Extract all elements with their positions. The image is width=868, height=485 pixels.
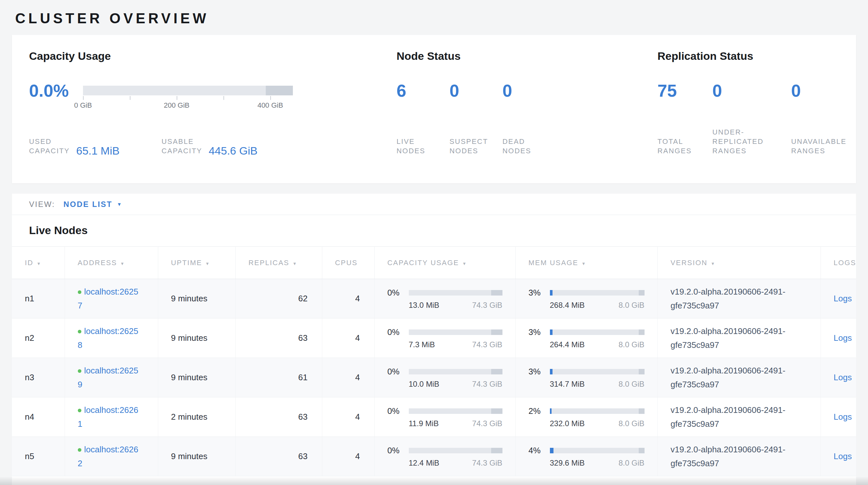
sort-down-icon: ▼ <box>711 261 716 266</box>
column-header-cpus: CPUS <box>322 247 374 279</box>
capacity-usage-chart: 0 GiB 200 GiB 400 GiB <box>83 86 293 95</box>
node-uptime-cell: 2 minutes <box>158 397 236 437</box>
memory-percent: 3% <box>529 367 546 377</box>
used-capacity-value: 65.1 MiB <box>76 145 120 156</box>
replication-status-section: Replication Status 75 0 0 TOTAL RANGES U… <box>657 50 856 183</box>
view-dropdown[interactable]: NODE LIST ▼ <box>64 200 123 209</box>
capacity-usage-section: Capacity Usage 0.0% 0 GiB 200 GiB 400 Gi… <box>29 50 397 183</box>
node-replicas-cell: 63 <box>236 397 322 437</box>
memory-percent: 4% <box>529 446 546 456</box>
column-label: REPLICAS <box>249 259 289 267</box>
capacity-bar-reserved-segment <box>266 86 293 95</box>
cpus-value: 4 <box>355 333 360 343</box>
sort-down-icon: ▼ <box>582 261 586 266</box>
node-id-cell: n1 <box>12 279 65 318</box>
under-replicated-ranges-count: 0 <box>712 81 791 101</box>
node-version-cell: v19.2.0-alpha.20190606-2491-gfe735c9a97 <box>657 437 820 476</box>
node-logs-cell: Logs <box>820 397 856 437</box>
replicas-value: 63 <box>299 412 308 422</box>
column-label: VERSION <box>671 259 708 267</box>
table-row: n1 localhost:26257 9 minutes 62 4 0% 13.… <box>12 279 856 318</box>
capacity-percent: 0% <box>388 446 404 456</box>
memory-percent: 2% <box>529 406 546 416</box>
node-id: n1 <box>25 293 34 303</box>
column-header-address[interactable]: ADDRESS▼ <box>65 247 158 279</box>
column-label: CAPACITY USAGE <box>388 259 459 267</box>
bar-reserved-segment <box>491 369 502 374</box>
column-header-version[interactable]: VERSION▼ <box>657 247 820 279</box>
column-header-uptime[interactable]: UPTIME▼ <box>158 247 236 279</box>
node-id-cell: n3 <box>12 358 65 397</box>
node-live-dot <box>78 290 82 294</box>
node-address-link[interactable]: localhost:26258 <box>78 326 138 349</box>
column-header-replicas[interactable]: REPLICAS▼ <box>236 247 322 279</box>
column-header-capacity-usage[interactable]: CAPACITY USAGE▼ <box>374 247 516 279</box>
node-live-dot <box>78 448 82 452</box>
capacity-used-value: 11.9 MiB <box>409 419 439 428</box>
node-memory-cell: 2% 232.0 MiB8.0 GiB <box>516 397 657 437</box>
memory-used-value: 268.4 MiB <box>550 301 585 310</box>
logs-link[interactable]: Logs <box>834 293 852 303</box>
memory-total-value: 8.0 GiB <box>618 419 644 428</box>
node-address-link[interactable]: localhost:26257 <box>78 287 138 310</box>
capacity-total-value: 74.3 GiB <box>472 458 502 467</box>
node-logs-cell: Logs <box>820 358 856 397</box>
capacity-bar <box>83 86 293 95</box>
node-address-link[interactable]: localhost:26259 <box>78 366 138 389</box>
node-address-link[interactable]: localhost:26262 <box>78 445 138 468</box>
capacity-total-value: 74.3 GiB <box>472 379 502 389</box>
bar-used-segment <box>550 448 554 453</box>
cpus-value: 4 <box>355 372 360 382</box>
capacity-percent: 0% <box>388 327 404 337</box>
memory-percent: 3% <box>529 288 546 298</box>
node-cpus-cell: 4 <box>322 358 374 397</box>
axis-tick <box>270 96 271 100</box>
node-cpus-cell: 4 <box>322 437 374 476</box>
column-header-logs: LOGS <box>820 247 856 279</box>
partial-row-cell <box>12 476 856 485</box>
cpus-value: 4 <box>355 451 360 461</box>
table-row: n2 localhost:26258 9 minutes 63 4 0% 7.3… <box>12 318 856 358</box>
column-header-mem-usage[interactable]: MEM USAGE▼ <box>516 247 657 279</box>
usable-capacity-label: USABLE CAPACITY <box>161 137 202 155</box>
logs-link[interactable]: Logs <box>834 372 852 382</box>
usable-capacity-metric: USABLE CAPACITY 445.6 GiB <box>161 137 257 155</box>
bar-used-segment <box>550 408 552 414</box>
uptime-value: 9 minutes <box>171 293 208 303</box>
column-label: ID <box>25 259 33 267</box>
logs-link[interactable]: Logs <box>834 333 852 343</box>
live-nodes-table: ID▼ ADDRESS▼ UPTIME▼ REPLICAS▼ CPUS CAPA… <box>12 247 856 485</box>
logs-link[interactable]: Logs <box>834 412 852 422</box>
logs-link[interactable]: Logs <box>834 451 852 461</box>
sort-down-icon: ▼ <box>462 261 467 266</box>
node-memory-cell: 3% 314.7 MiB8.0 GiB <box>516 358 657 397</box>
live-nodes-label: LIVE NODES <box>397 137 450 155</box>
total-ranges-count: 75 <box>657 81 712 101</box>
capacity-percent: 0% <box>388 367 404 377</box>
cluster-summary-card: Capacity Usage 0.0% 0 GiB 200 GiB 400 Gi… <box>12 35 856 183</box>
capacity-total-value: 74.3 GiB <box>472 419 502 428</box>
sort-down-icon: ▼ <box>292 261 298 266</box>
axis-tick <box>223 96 224 100</box>
memory-total-value: 8.0 GiB <box>618 301 644 310</box>
dead-nodes-count: 0 <box>502 81 512 101</box>
live-nodes-title: Live Nodes <box>12 224 856 237</box>
memory-used-value: 232.0 MiB <box>550 419 585 428</box>
node-memory-cell: 3% 268.4 MiB8.0 GiB <box>516 279 657 318</box>
used-capacity-label: USED CAPACITY <box>29 137 70 155</box>
column-label: UPTIME <box>171 259 202 267</box>
node-address-link[interactable]: localhost:26261 <box>78 405 138 428</box>
node-id-cell: n4 <box>12 397 65 437</box>
replicas-value: 63 <box>299 333 308 343</box>
column-header-id[interactable]: ID▼ <box>12 247 65 279</box>
node-address-cell: localhost:26259 <box>65 358 158 397</box>
under-replicated-ranges-label: UNDER- REPLICATED RANGES <box>712 127 791 155</box>
axis-tick <box>83 96 84 100</box>
replicas-value: 61 <box>299 372 308 382</box>
node-cpus-cell: 4 <box>322 279 374 318</box>
node-cpus-cell: 4 <box>322 318 374 358</box>
node-replicas-cell: 62 <box>236 279 322 318</box>
chevron-down-icon: ▼ <box>117 201 122 207</box>
dead-nodes-label: DEAD NODES <box>502 137 531 155</box>
cpus-value: 4 <box>355 293 360 303</box>
